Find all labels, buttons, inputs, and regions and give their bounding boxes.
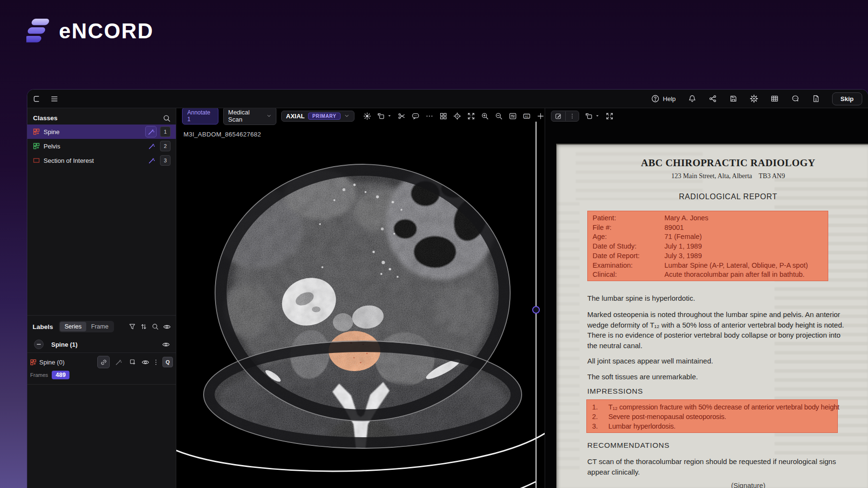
tab-frame[interactable]: Frame [86,322,113,331]
radiology-report-page: ABC CHIROPRACTIC RADIOLOGY 123 Main Stre… [556,144,868,488]
instance-actions: Q [97,356,173,368]
auto-annotate-wand-button[interactable] [146,141,157,151]
menu-icon[interactable] [50,94,59,103]
wand-button[interactable] [113,356,124,368]
save-icon[interactable] [729,94,738,103]
settings-gear-icon[interactable] [750,94,758,103]
chevron-down-icon [595,113,600,118]
class-label: Pelvis [44,143,146,150]
sort-icon[interactable] [140,323,148,330]
comment-icon[interactable] [411,112,420,120]
ct-scan-image[interactable] [176,108,545,488]
zoom-out-icon[interactable] [495,112,503,120]
scan-canvas-panel[interactable]: Annotate 1 Medical Scan AXIAL PRIMARY [176,108,545,488]
link-button[interactable] [97,356,110,368]
patient-field-value: Lumbar Spine (A-P, Lateral, Oblique, P-A… [664,261,808,271]
primary-badge: PRIMARY [308,113,341,120]
skip-button[interactable]: Skip [832,92,862,105]
cut-icon[interactable] [398,112,406,120]
chevron-down-icon [344,113,350,119]
patient-field-value: July 3, 1989 [664,251,702,261]
notifications-bell-icon[interactable] [688,94,697,103]
filter-icon[interactable] [128,323,136,330]
center-target-icon[interactable] [453,112,461,120]
patient-field-label: File #: [593,223,664,233]
share-icon[interactable] [708,94,717,103]
views-dropdown[interactable] [377,112,392,120]
class-hotkey: 3 [160,155,171,166]
collapse-panel-icon[interactable] [32,94,41,103]
report-paragraph: The lumbar spine is hyperlordotic. [587,293,856,304]
add-icon[interactable] [537,112,545,120]
edit-more-button[interactable] [565,112,579,121]
canvas-toolbar: Annotate 1 Medical Scan AXIAL PRIMARY [182,110,545,122]
class-row-section-of-interest[interactable]: Section of Interest 3 [27,153,176,168]
zoom-in-icon[interactable] [481,112,489,120]
document-icon[interactable] [811,94,820,103]
wand-icon [148,143,155,150]
edit-icon [555,113,562,120]
fit-expand-icon[interactable] [467,112,475,120]
brand-logo: encord [26,17,154,45]
document-toolbar [551,110,614,122]
eye-icon[interactable] [162,340,170,349]
collapse-group-button[interactable] [34,340,44,349]
fit-expand-icon[interactable] [605,112,614,120]
page-bleed-texture [557,202,580,470]
sidebar-divider [27,315,176,316]
table-view-icon[interactable] [770,94,779,103]
help-button[interactable]: Help [651,94,676,103]
region-class-icon [33,157,40,164]
class-row-pelvis[interactable]: Pelvis 2 [27,139,176,153]
label-group-row[interactable]: Spine (1) [27,337,176,352]
label-instance-row[interactable]: Spine (0) [27,355,176,369]
impressions-highlight[interactable]: 1.T₁₂ compression fracture with 50% decr… [586,399,838,433]
wand-icon [148,128,155,136]
help-circle-icon [651,94,660,103]
auto-annotate-wand-button[interactable] [145,126,157,137]
search-icon[interactable] [162,114,171,123]
adjust-panel-icon[interactable] [509,112,517,120]
select-region-button[interactable] [127,356,138,368]
signature-placeholder: (Signature) [700,482,796,488]
patient-field-value: July 1, 1989 [664,242,702,251]
brand-wordmark: encord [59,21,154,42]
help-label: Help [663,95,676,102]
topbar-right: Help [651,90,862,108]
search-icon[interactable] [151,323,159,330]
sidebar: Classes Spine 1 [27,108,176,488]
report-paragraph: Marked osteopenia is noted throughout th… [587,309,856,351]
slice-slider-track[interactable] [536,122,537,488]
class-row-spine[interactable]: Spine 1 [27,125,176,139]
chat-icon[interactable] [791,94,799,103]
screenshot-root: encord Help [0,0,868,488]
eye-icon[interactable] [163,323,171,331]
link-icon [100,359,107,366]
sidebar-divider [27,384,176,385]
bounding-box-class-icon [30,359,37,366]
label-a1-icon[interactable]: A1 [523,112,531,120]
more-vertical-icon[interactable] [152,359,160,366]
patient-info-highlight[interactable]: Patient:Mary A. Jones File #:89001 Age:7… [587,211,828,281]
view-dropdown[interactable]: AXIAL PRIMARY [281,111,354,122]
chevron-down-icon [266,113,272,119]
svg-text:A1: A1 [525,114,529,117]
more-icon[interactable] [425,112,434,120]
views-dropdown[interactable] [585,112,600,120]
bounding-box-class-icon [33,128,40,136]
eye-icon[interactable] [141,358,149,366]
auto-annotate-wand-button[interactable] [146,155,157,166]
chevron-down-icon [387,113,392,118]
grid-layout-icon[interactable] [439,112,447,120]
annotate-badge[interactable]: Annotate 1 [182,108,218,125]
brightness-icon[interactable] [363,112,371,120]
modality-label: Medical Scan [228,109,263,123]
edit-button[interactable] [551,111,565,121]
patient-field-label: Patient: [593,214,664,223]
slice-slider-handle[interactable] [532,306,540,314]
report-title: RADIOLOGICAL REPORT [584,193,868,201]
labels-header: Labels Series Frame [27,319,176,334]
tab-series[interactable]: Series [60,322,86,331]
wordmark-rest: ncord [71,19,153,43]
modality-dropdown[interactable]: Medical Scan [223,108,276,125]
